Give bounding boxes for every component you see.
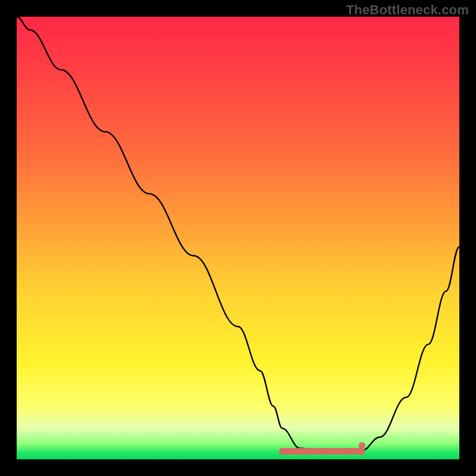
marker-layer: [17, 17, 459, 459]
bottom-marker-end-dot: [359, 442, 365, 449]
bottom-marker-group: [282, 442, 365, 452]
chart-container: TheBottleneck.com: [0, 0, 476, 476]
watermark-text: TheBottleneck.com: [346, 2, 469, 18]
plot-area: [17, 17, 459, 459]
